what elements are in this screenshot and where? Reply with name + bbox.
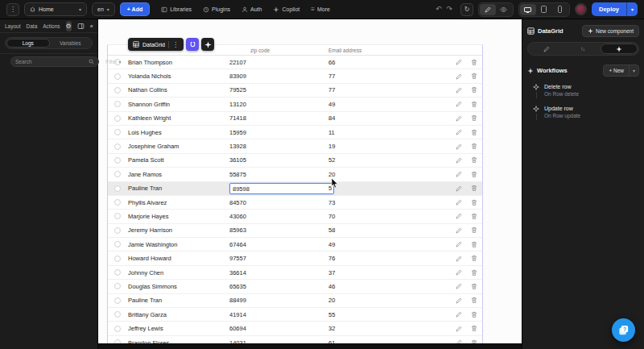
cell-name[interactable]: Jeffrey Lewis	[127, 325, 229, 332]
delete-row-button[interactable]	[471, 114, 477, 122]
edit-row-button[interactable]	[456, 157, 462, 164]
cell-zip[interactable]: 65635	[229, 283, 246, 290]
delete-row-button[interactable]	[471, 199, 477, 206]
cell-name[interactable]: Shannon Griffin	[127, 101, 229, 108]
cell-name[interactable]: Howard Howard	[127, 255, 229, 262]
delete-row-button[interactable]	[471, 226, 477, 234]
delete-row-button[interactable]	[471, 143, 477, 150]
row-select-radio[interactable]	[114, 269, 121, 276]
cell-email[interactable]: 77	[328, 86, 455, 93]
tab-layout[interactable]: Layout	[5, 23, 21, 29]
edit-row-button[interactable]	[456, 283, 462, 289]
row-select-radio[interactable]	[114, 185, 121, 192]
edit-row-button[interactable]	[456, 311, 462, 318]
cell-zip[interactable]: 36614	[229, 269, 246, 276]
table-row[interactable]: Brittany Garza 41914 55	[108, 308, 482, 322]
edit-row-button[interactable]	[456, 269, 462, 276]
table-row[interactable]: Nathan Collins 79525 77	[108, 84, 482, 98]
tablet-view-button[interactable]	[536, 4, 552, 15]
cell-name[interactable]: Jane Ramos	[127, 171, 229, 178]
component-workflows-button[interactable]	[201, 38, 214, 51]
component-magnet-button[interactable]	[186, 38, 199, 51]
cell-name[interactable]: Kathleen Wright	[127, 114, 229, 122]
cell-name[interactable]: Josephine Graham	[127, 143, 229, 150]
edit-row-button[interactable]	[456, 297, 462, 304]
nav-plugins[interactable]: Plugins	[203, 6, 230, 13]
table-row[interactable]: Brian Thompson 22107 66	[108, 56, 482, 69]
add-component-button[interactable]: + Add	[120, 2, 150, 16]
nav-auth[interactable]: Auth	[242, 6, 262, 13]
delete-row-button[interactable]	[471, 73, 477, 80]
undo-button[interactable]: ↶	[436, 6, 442, 13]
cell-email[interactable]: 49	[328, 241, 455, 248]
cell-email[interactable]: 19	[328, 143, 455, 150]
table-row[interactable]: Phyllis Alvarez 84570 73	[108, 196, 482, 210]
delete-row-button[interactable]	[471, 311, 477, 318]
table-row[interactable]: Marjorie Hayes 43060 70	[108, 210, 482, 223]
deploy-options-button[interactable]: ▾	[626, 2, 638, 16]
cell-name[interactable]: Pamela Scott	[127, 156, 229, 164]
cell-email[interactable]: 77	[328, 73, 455, 80]
table-row[interactable]: Pamela Scott 36105 52	[108, 154, 482, 168]
cell-zip[interactable]: 15959	[229, 129, 246, 136]
cell-email[interactable]: 55	[328, 311, 455, 318]
redo-button[interactable]: ↷	[446, 6, 452, 13]
cell-zip[interactable]: 79525	[229, 86, 246, 93]
cell-name[interactable]: Yolanda Nichols	[127, 73, 229, 80]
delete-row-button[interactable]	[471, 185, 477, 192]
edit-row-button[interactable]	[456, 101, 462, 107]
cell-email[interactable]: 11	[328, 129, 455, 136]
search-input[interactable]	[15, 59, 86, 64]
row-select-radio[interactable]	[114, 143, 121, 150]
cell-email[interactable]: 84	[328, 114, 455, 122]
cell-name[interactable]: Douglas Simmons	[127, 283, 229, 290]
delete-row-button[interactable]	[471, 86, 477, 93]
edit-row-button[interactable]	[456, 143, 462, 150]
nav-libraries[interactable]: Libraries	[161, 6, 192, 13]
delete-row-button[interactable]	[471, 156, 477, 164]
tab-logs[interactable]: Logs	[6, 39, 50, 48]
cell-name[interactable]: Brian Thompson	[127, 59, 229, 66]
tab-actions[interactable]: Actions	[43, 23, 60, 29]
logs-filter-dropdown[interactable]: Filter ▾	[105, 59, 122, 64]
delete-row-button[interactable]	[471, 213, 477, 220]
table-row[interactable]: Jane Ramos 55875 20	[108, 168, 482, 181]
tab-variables[interactable]: Variables	[50, 39, 92, 48]
edit-row-button[interactable]	[456, 87, 462, 93]
table-row[interactable]: Pauline Tran 89598 5	[108, 182, 482, 196]
cell-zip[interactable]: 97557	[229, 255, 246, 262]
tab-styles[interactable]	[529, 44, 564, 54]
desktop-view-button[interactable]	[520, 4, 536, 15]
delete-row-button[interactable]	[471, 325, 477, 332]
cell-zip[interactable]: 88499	[229, 297, 246, 304]
cell-zip[interactable]: 36105	[229, 156, 246, 164]
row-select-radio[interactable]	[114, 256, 121, 262]
cell-name[interactable]: Pauline Tran	[127, 185, 229, 192]
user-avatar[interactable]	[575, 3, 587, 15]
table-row[interactable]: Jeffrey Lewis 60694 32	[108, 322, 482, 335]
row-select-radio[interactable]	[114, 326, 121, 332]
cell-name[interactable]: Marjorie Hayes	[127, 213, 229, 220]
cell-zip[interactable]: 85963	[229, 226, 246, 234]
delete-row-button[interactable]	[471, 171, 477, 178]
workflow-item-update-row[interactable]: Update row On Row update	[527, 106, 639, 120]
cell-email[interactable]: 20	[328, 297, 455, 304]
cell-name[interactable]: Jamie Washington	[127, 241, 229, 248]
delete-row-button[interactable]	[471, 241, 477, 248]
table-row[interactable]: Douglas Simmons 65635 46	[108, 280, 482, 293]
row-select-radio[interactable]	[114, 227, 121, 234]
row-select-radio[interactable]	[114, 311, 121, 318]
edit-mode-button[interactable]	[480, 4, 496, 15]
table-row[interactable]: Kathleen Wright 71418 84	[108, 112, 482, 126]
tab-conditions[interactable]: ↑↓	[564, 44, 600, 54]
locale-dropdown[interactable]: en ▾	[92, 2, 115, 16]
cell-email[interactable]: 73	[328, 199, 455, 206]
settings-panel-button[interactable]: ⚙	[66, 21, 72, 31]
cell-email[interactable]: 52	[328, 156, 455, 164]
cell-zip[interactable]: 60694	[229, 325, 246, 332]
delete-row-button[interactable]	[471, 101, 477, 108]
table-row[interactable]: Yolanda Nichols 83909 77	[108, 69, 482, 83]
cell-zip[interactable]: 55875	[229, 171, 246, 178]
row-select-radio[interactable]	[114, 115, 121, 122]
cell-name[interactable]: Pauline Tran	[127, 297, 229, 304]
